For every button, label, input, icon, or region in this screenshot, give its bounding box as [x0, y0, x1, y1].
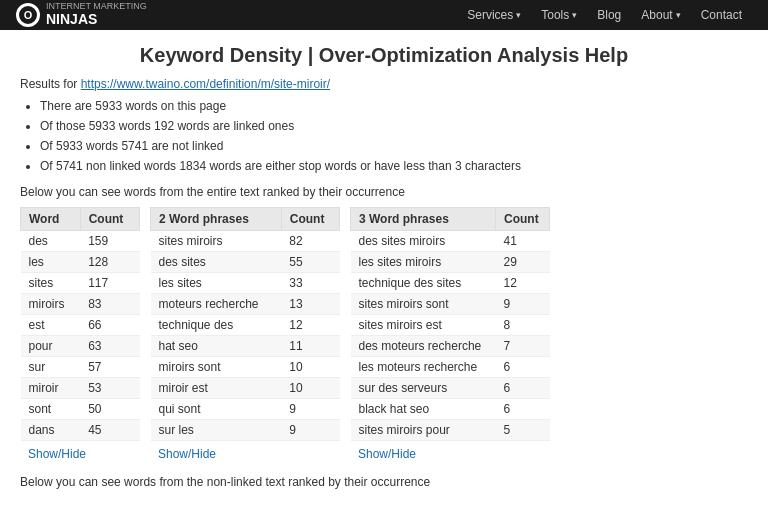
table-row: hat seo11	[151, 336, 340, 357]
table3-col1-header: 3 Word phrases	[351, 208, 496, 231]
phrase-cell: qui sont	[151, 399, 282, 420]
table-row: les128	[21, 252, 140, 273]
count-cell: 45	[80, 420, 139, 441]
count-cell: 10	[281, 378, 339, 399]
word-cell: miroirs	[21, 294, 81, 315]
word-cell: sur	[21, 357, 81, 378]
table-row: sites miroirs pour5	[351, 420, 550, 441]
table-row: est66	[21, 315, 140, 336]
table2: 2 Word phrases Count sites miroirs82des …	[150, 207, 340, 441]
count-cell: 13	[281, 294, 339, 315]
table-row: sites miroirs sont9	[351, 294, 550, 315]
table2-container: 2 Word phrases Count sites miroirs82des …	[150, 207, 340, 463]
navbar: O INTERNET MARKETING NINJAS Services ▾ T…	[0, 0, 768, 30]
word-cell: sont	[21, 399, 81, 420]
phrase-cell: black hat seo	[351, 399, 496, 420]
table2-col1-header: 2 Word phrases	[151, 208, 282, 231]
count-cell: 12	[281, 315, 339, 336]
page-title: Keyword Density | Over-Optimization Anal…	[20, 44, 748, 67]
count-cell: 9	[281, 420, 339, 441]
phrase-cell: sites miroirs	[151, 231, 282, 252]
nav-blog[interactable]: Blog	[587, 0, 631, 30]
count-cell: 159	[80, 231, 139, 252]
chevron-down-icon: ▾	[676, 10, 681, 20]
stat-item: Of those 5933 words 192 words are linked…	[40, 117, 748, 135]
table-row: sites117	[21, 273, 140, 294]
table-row: sur des serveurs6	[351, 378, 550, 399]
table-row: qui sont9	[151, 399, 340, 420]
count-cell: 55	[281, 252, 339, 273]
table-row: les moteurs recherche6	[351, 357, 550, 378]
word-cell: sites	[21, 273, 81, 294]
chevron-down-icon: ▾	[572, 10, 577, 20]
table1-show-hide[interactable]: Show/Hide	[20, 445, 140, 463]
stat-item: Of 5741 non linked words 1834 words are …	[40, 157, 748, 175]
table-row: sites miroirs82	[151, 231, 340, 252]
count-cell: 57	[80, 357, 139, 378]
count-cell: 128	[80, 252, 139, 273]
phrase-cell: sites miroirs sont	[351, 294, 496, 315]
count-cell: 6	[496, 357, 550, 378]
count-cell: 82	[281, 231, 339, 252]
table3-container: 3 Word phrases Count des sites miroirs41…	[350, 207, 550, 463]
stats-list: There are 5933 words on this page Of tho…	[40, 97, 748, 175]
count-cell: 7	[496, 336, 550, 357]
table-row: dans45	[21, 420, 140, 441]
table-row: sur57	[21, 357, 140, 378]
table-row: sites miroirs est8	[351, 315, 550, 336]
phrase-cell: les moteurs recherche	[351, 357, 496, 378]
phrase-cell: sur les	[151, 420, 282, 441]
table3: 3 Word phrases Count des sites miroirs41…	[350, 207, 550, 441]
count-cell: 9	[281, 399, 339, 420]
phrase-cell: technique des	[151, 315, 282, 336]
results-link[interactable]: https://www.twaino.com/definition/m/site…	[81, 77, 330, 91]
word-cell: les	[21, 252, 81, 273]
count-cell: 12	[496, 273, 550, 294]
count-cell: 29	[496, 252, 550, 273]
logo-icon: O	[16, 3, 40, 27]
phrase-cell: technique des sites	[351, 273, 496, 294]
count-cell: 8	[496, 315, 550, 336]
phrase-cell: miroir est	[151, 378, 282, 399]
count-cell: 33	[281, 273, 339, 294]
table-row: black hat seo6	[351, 399, 550, 420]
table-row: des159	[21, 231, 140, 252]
phrase-cell: moteurs recherche	[151, 294, 282, 315]
table-row: des sites miroirs41	[351, 231, 550, 252]
table-row: les sites33	[151, 273, 340, 294]
phrase-cell: les sites miroirs	[351, 252, 496, 273]
count-cell: 9	[496, 294, 550, 315]
count-cell: 50	[80, 399, 139, 420]
count-cell: 11	[281, 336, 339, 357]
table-row: sont50	[21, 399, 140, 420]
count-cell: 53	[80, 378, 139, 399]
logo-text: INTERNET MARKETING NINJAS	[46, 2, 147, 27]
logo-brand: NINJAS	[46, 12, 147, 27]
chevron-down-icon: ▾	[516, 10, 521, 20]
word-cell: pour	[21, 336, 81, 357]
table-row: des moteurs recherche7	[351, 336, 550, 357]
stat-item: Of 5933 words 5741 are not linked	[40, 137, 748, 155]
nav-tools[interactable]: Tools ▾	[531, 0, 587, 30]
table-row: des sites55	[151, 252, 340, 273]
table-row: pour63	[21, 336, 140, 357]
results-url-line: Results for https://www.twaino.com/defin…	[20, 77, 748, 91]
table2-col2-header: Count	[281, 208, 339, 231]
word-cell: miroir	[21, 378, 81, 399]
table3-show-hide[interactable]: Show/Hide	[350, 445, 550, 463]
section1-label: Below you can see words from the entire …	[20, 185, 748, 199]
table-row: technique des sites12	[351, 273, 550, 294]
nav-services[interactable]: Services ▾	[457, 0, 531, 30]
table1-col2-header: Count	[80, 208, 139, 231]
count-cell: 63	[80, 336, 139, 357]
table2-show-hide[interactable]: Show/Hide	[150, 445, 340, 463]
count-cell: 6	[496, 399, 550, 420]
nav-about[interactable]: About ▾	[631, 0, 690, 30]
count-cell: 5	[496, 420, 550, 441]
count-cell: 117	[80, 273, 139, 294]
logo: O INTERNET MARKETING NINJAS	[16, 2, 147, 27]
nav-contact[interactable]: Contact	[691, 0, 752, 30]
table1-container: Word Count des159les128sites117miroirs83…	[20, 207, 140, 463]
section2-label: Below you can see words from the non-lin…	[20, 475, 748, 489]
table-row: miroir est10	[151, 378, 340, 399]
